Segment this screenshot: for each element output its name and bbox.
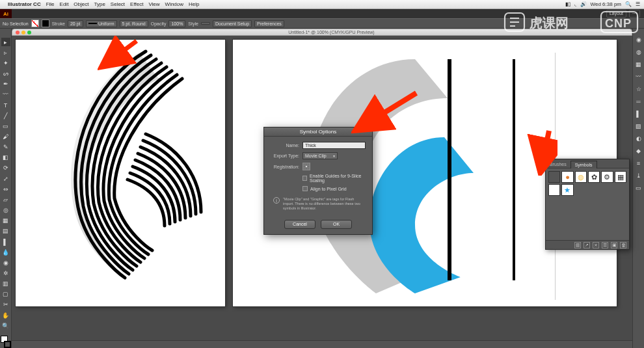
brushes-panel-icon[interactable]: 〰	[634, 72, 643, 81]
shape-builder-tool-icon[interactable]: ◎	[1, 206, 10, 215]
symbol-thumb[interactable]: ●	[561, 171, 573, 183]
hand-tool-icon[interactable]: ✋	[1, 311, 10, 319]
menubar-clock[interactable]: Wed 6:38 pm	[591, 1, 621, 7]
paintbrush-tool-icon[interactable]: 🖌	[1, 132, 10, 141]
width-tool-icon[interactable]: ⇔	[1, 185, 10, 193]
document-setup-button[interactable]: Document Setup	[213, 20, 252, 27]
blend-tool-icon[interactable]: ◉	[1, 258, 10, 267]
eraser-tool-icon[interactable]: ◧	[1, 154, 10, 162]
window-zoom-icon[interactable]	[27, 31, 31, 34]
stroke-color-icon[interactable]	[4, 341, 11, 348]
selection-tool-icon[interactable]: ▸	[1, 38, 10, 46]
registration-grid[interactable]	[302, 163, 310, 170]
opacity-field[interactable]: 100%	[168, 20, 185, 27]
menu-file[interactable]: File	[46, 1, 55, 7]
direct-selection-tool-icon[interactable]: ▹	[1, 48, 10, 57]
shaper-tool-icon[interactable]: ✎	[1, 143, 10, 152]
fill-swatch[interactable]	[31, 20, 39, 27]
color-panel-icon[interactable]: ◉	[634, 35, 643, 44]
appearance-panel-icon[interactable]: ◐	[634, 134, 643, 143]
ok-button[interactable]: OK	[321, 220, 352, 229]
symbol-libraries-icon[interactable]: ▥	[574, 242, 581, 248]
symbol-sprayer-tool-icon[interactable]: ✲	[1, 269, 10, 277]
rectangle-tool-icon[interactable]: ▭	[1, 122, 10, 130]
volume-icon[interactable]: 🔊	[580, 1, 587, 7]
zoom-tool-icon[interactable]: 🔍	[1, 321, 10, 330]
tab-symbols[interactable]: Symbols	[570, 161, 597, 168]
swatches-panel-icon[interactable]: ▦	[634, 60, 643, 69]
menu-view[interactable]: View	[148, 1, 159, 7]
new-symbol-icon[interactable]: ▣	[611, 242, 617, 248]
color-guide-panel-icon[interactable]: ◍	[634, 47, 643, 57]
stroke-profile-uniform[interactable]: Uniform	[86, 20, 117, 27]
symbol-thumb[interactable]: ⚙	[601, 171, 613, 183]
battery-icon[interactable]: ▮▯	[565, 1, 570, 7]
stroke-swatch[interactable]	[42, 20, 49, 27]
preferences-button[interactable]: Preferences	[254, 20, 284, 27]
spotlight-icon[interactable]: 🔍	[625, 1, 632, 7]
menu-edit[interactable]: Edit	[60, 1, 69, 7]
free-transform-tool-icon[interactable]: ▱	[1, 195, 10, 204]
symbol-thumb[interactable]: ▦	[615, 171, 626, 183]
symbols-panel[interactable]: Brushes Symbols ● ◍ ✿ ⚙ ▦ ★ ▥ ↗ ⤫ ☰ ▣ 🗑	[545, 159, 630, 250]
menu-select[interactable]: Select	[111, 1, 125, 7]
lasso-tool-icon[interactable]: ᔕ	[1, 69, 10, 77]
dialog-titlebar[interactable]: Symbol Options	[264, 127, 372, 137]
transparency-panel-icon[interactable]: ▨	[634, 122, 643, 131]
asset-export-panel-icon[interactable]: ⤓	[634, 171, 643, 180]
window-close-icon[interactable]	[16, 31, 20, 34]
symbols-panel-icon[interactable]: ☆	[634, 85, 643, 94]
symbols-grid[interactable]: ● ◍ ✿ ⚙ ▦ ★	[546, 168, 629, 240]
menu-help[interactable]: Help	[189, 1, 199, 7]
scale-tool-icon[interactable]: ⤢	[1, 174, 10, 183]
stroke-panel-icon[interactable]: ═	[634, 97, 643, 106]
curvature-tool-icon[interactable]: 〰	[1, 90, 10, 99]
graphic-styles-panel-icon[interactable]: ◆	[634, 146, 643, 155]
symbol-options-icon[interactable]: ☰	[602, 242, 608, 248]
slice-tool-icon[interactable]: ✂	[1, 301, 10, 309]
export-type-select[interactable]: Movie Clip	[302, 152, 338, 159]
line-tool-icon[interactable]: ╱	[1, 111, 10, 120]
symbol-thumb[interactable]	[548, 171, 560, 183]
notif-icon[interactable]: ☰	[636, 1, 640, 7]
rotate-tool-icon[interactable]: ⟳	[1, 164, 10, 172]
artboard-tool-icon[interactable]: ▢	[1, 290, 10, 299]
gradient-panel-icon[interactable]: ▌	[634, 109, 643, 118]
artboard-1[interactable]	[16, 40, 225, 306]
brush-definition[interactable]: 5 pt. Round	[120, 20, 148, 27]
menu-type[interactable]: Type	[94, 1, 105, 7]
perspective-tool-icon[interactable]: ▦	[1, 217, 10, 225]
menu-window[interactable]: Window	[165, 1, 183, 7]
stroke-weight-field[interactable]: 20 pt	[68, 20, 83, 27]
symbol-thumb[interactable]: ✿	[588, 171, 600, 183]
column-graph-tool-icon[interactable]: ▥	[1, 280, 10, 288]
nine-slice-checkbox[interactable]	[302, 176, 307, 181]
cancel-button[interactable]: Cancel	[284, 220, 315, 229]
type-tool-icon[interactable]: T	[1, 101, 10, 109]
break-link-icon[interactable]: ⤫	[593, 242, 599, 248]
symbol-thumb[interactable]: ★	[561, 184, 573, 196]
place-symbol-icon[interactable]: ↗	[584, 242, 590, 248]
workspace-switcher[interactable]: Layout	[606, 10, 626, 18]
menu-effect[interactable]: Effect	[130, 1, 143, 7]
menu-object[interactable]: Object	[74, 1, 88, 7]
mesh-tool-icon[interactable]: ▤	[1, 227, 10, 235]
layers-panel-icon[interactable]: ≡	[634, 159, 643, 168]
magic-wand-tool-icon[interactable]: ✦	[1, 59, 10, 67]
pixel-grid-checkbox[interactable]	[302, 186, 308, 191]
app-menu[interactable]: Illustrator CC	[8, 1, 41, 7]
artboards-panel-icon[interactable]: ▭	[634, 183, 643, 193]
window-minimize-icon[interactable]	[21, 31, 25, 34]
graphic-style[interactable]	[201, 22, 210, 25]
symbol-thumb[interactable]	[548, 184, 560, 196]
symbol-thumb[interactable]: ◍	[575, 171, 587, 183]
search-docs[interactable]: ⋯	[629, 10, 640, 18]
pen-tool-icon[interactable]: ✒	[1, 80, 10, 88]
gradient-tool-icon[interactable]: ▌	[1, 237, 10, 246]
fill-stroke-control[interactable]	[1, 336, 11, 348]
eyedropper-tool-icon[interactable]: 💧	[1, 248, 10, 256]
tab-brushes[interactable]: Brushes	[546, 161, 570, 168]
delete-symbol-icon[interactable]: 🗑	[620, 242, 626, 248]
wifi-icon[interactable]: ◟	[574, 1, 576, 7]
symbol-name-field[interactable]	[302, 142, 366, 149]
